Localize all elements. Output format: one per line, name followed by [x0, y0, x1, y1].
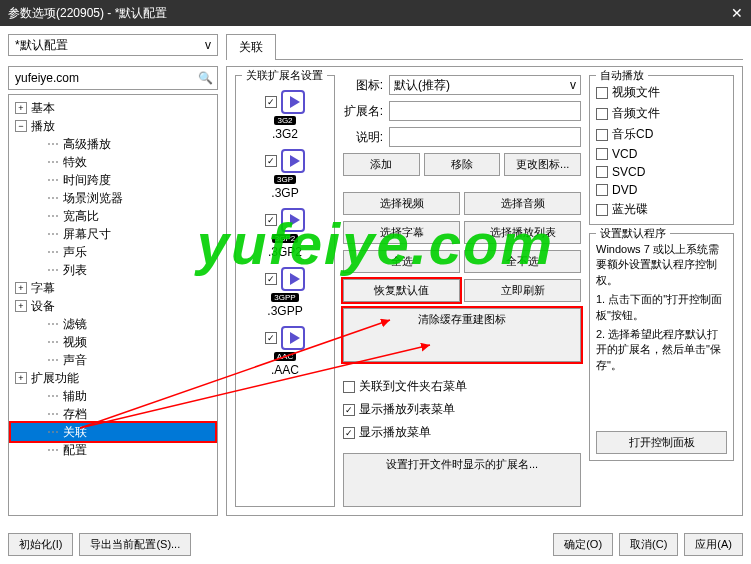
select-all-button[interactable]: 全选 — [343, 250, 460, 273]
play-icon — [281, 208, 305, 232]
select-playlist-button[interactable]: 选择播放列表 — [464, 221, 581, 244]
tree-filter[interactable]: 滤镜 — [11, 315, 215, 333]
checkbox-icon[interactable] — [596, 108, 608, 120]
extension-list-box: 关联扩展名设置 ✓3G2.3G2 ✓3GP.3GP ✓3GP2.3GP2 ✓3G… — [235, 75, 335, 507]
change-icon-button[interactable]: 更改图标... — [504, 153, 581, 176]
play-icon — [281, 90, 305, 114]
search-icon[interactable]: 🔍 — [198, 71, 213, 85]
default-program-box: 设置默认程序 Windows 7 或以上系统需要额外设置默认程序控制权。 1. … — [589, 233, 734, 461]
play-icon — [281, 149, 305, 173]
checkbox-icon[interactable] — [596, 87, 608, 99]
tree-item[interactable]: 特效 — [11, 153, 215, 171]
select-video-button[interactable]: 选择视频 — [343, 192, 460, 215]
autoplay-box: 自动播放 视频文件 音频文件 音乐CD VCD SVCD DVD 蓝光碟 — [589, 75, 734, 225]
tree-item[interactable]: 时间跨度 — [11, 171, 215, 189]
chevron-down-icon: v — [205, 38, 211, 52]
tree-item[interactable]: 高级播放 — [11, 135, 215, 153]
checkbox-icon[interactable] — [596, 129, 608, 141]
checkbox-icon[interactable] — [596, 166, 608, 178]
ext-item[interactable]: ✓3GP.3GP — [242, 149, 328, 200]
checkbox-icon[interactable]: ✓ — [265, 214, 277, 226]
checkbox-icon[interactable] — [343, 381, 355, 393]
desc-input[interactable] — [389, 127, 581, 147]
close-icon[interactable]: ✕ — [731, 5, 743, 21]
ext-input[interactable] — [389, 101, 581, 121]
checkbox-icon[interactable]: ✓ — [265, 155, 277, 167]
checkbox-icon[interactable]: ✓ — [343, 404, 355, 416]
select-none-button[interactable]: 全不选 — [464, 250, 581, 273]
select-audio-button[interactable]: 选择音频 — [464, 192, 581, 215]
ext-item[interactable]: ✓3G2.3G2 — [242, 90, 328, 141]
restore-default-button[interactable]: 恢复默认值 — [343, 279, 460, 302]
tree-extension[interactable]: +扩展功能 — [11, 369, 215, 387]
tree-archive[interactable]: 存档 — [11, 405, 215, 423]
search-input[interactable] — [13, 70, 198, 86]
window-title: 参数选项(220905) - *默认配置 — [8, 5, 167, 22]
cancel-button[interactable]: 取消(C) — [619, 533, 678, 556]
tree-basic[interactable]: +基本 — [11, 99, 215, 117]
tree-subtitle[interactable]: +字幕 — [11, 279, 215, 297]
tree-audio[interactable]: 声音 — [11, 351, 215, 369]
ext-item[interactable]: ✓AAC.AAC — [242, 326, 328, 377]
tree-config[interactable]: 配置 — [11, 441, 215, 459]
checkbox-icon[interactable]: ✓ — [265, 96, 277, 108]
remove-button[interactable]: 移除 — [424, 153, 501, 176]
select-sub-button[interactable]: 选择字幕 — [343, 221, 460, 244]
ext-item[interactable]: ✓3GP2.3GP2 — [242, 208, 328, 259]
export-button[interactable]: 导出当前配置(S)... — [79, 533, 191, 556]
tree-association[interactable]: 关联 — [11, 423, 215, 441]
tree-video[interactable]: 视频 — [11, 333, 215, 351]
titlebar: 参数选项(220905) - *默认配置 ✕ — [0, 0, 751, 26]
open-control-panel-button[interactable]: 打开控制面板 — [596, 431, 727, 454]
tree-assist[interactable]: 辅助 — [11, 387, 215, 405]
icon-combo[interactable]: 默认(推荐)v — [389, 75, 581, 95]
ok-button[interactable]: 确定(O) — [553, 533, 613, 556]
checkbox-icon[interactable]: ✓ — [265, 332, 277, 344]
checkbox-icon[interactable]: ✓ — [265, 273, 277, 285]
config-dropdown[interactable]: *默认配置 v — [8, 34, 218, 56]
tree-item[interactable]: 屏幕尺寸 — [11, 225, 215, 243]
checkbox-icon[interactable] — [596, 184, 608, 196]
refresh-button[interactable]: 立即刷新 — [464, 279, 581, 302]
chevron-down-icon: v — [570, 78, 576, 92]
ext-item[interactable]: ✓3GPP.3GPP — [242, 267, 328, 318]
checkbox-icon[interactable] — [596, 148, 608, 160]
tab-association[interactable]: 关联 — [226, 34, 276, 60]
init-button[interactable]: 初始化(I) — [8, 533, 73, 556]
play-icon — [281, 326, 305, 350]
tree-playback[interactable]: −播放 — [11, 117, 215, 135]
tree-item[interactable]: 声乐 — [11, 243, 215, 261]
tree-item[interactable]: 列表 — [11, 261, 215, 279]
settings-tree[interactable]: +基本 −播放 高级播放 特效 时间跨度 场景浏览器 宽高比 屏幕尺寸 声乐 列… — [8, 94, 218, 516]
tree-item[interactable]: 场景浏览器 — [11, 189, 215, 207]
checkbox-icon[interactable] — [596, 204, 608, 216]
play-icon — [281, 267, 305, 291]
open-files-ext-button[interactable]: 设置打开文件时显示的扩展名... — [343, 453, 581, 507]
search-box[interactable]: 🔍 — [8, 66, 218, 90]
clear-cache-button[interactable]: 清除缓存重建图标 — [343, 308, 581, 362]
add-button[interactable]: 添加 — [343, 153, 420, 176]
apply-button[interactable]: 应用(A) — [684, 533, 743, 556]
tree-device[interactable]: +设备 — [11, 297, 215, 315]
tree-item[interactable]: 宽高比 — [11, 207, 215, 225]
checkbox-icon[interactable]: ✓ — [343, 427, 355, 439]
